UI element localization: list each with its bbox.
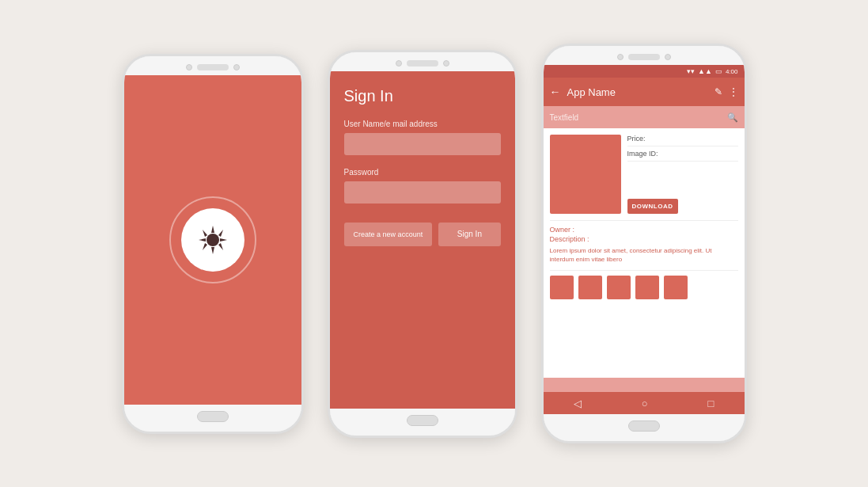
lorem-text: Lorem ipsum dolor sit amet, consectetur …: [550, 246, 738, 264]
phone-2-home-btn[interactable]: [407, 415, 438, 426]
phone-2-dot-right: [443, 60, 449, 67]
phone-1-speaker: [197, 64, 229, 70]
phone-3-dot-right: [665, 54, 671, 60]
product-row: Price: Image ID: DOWNLOAD: [550, 135, 738, 214]
phone-2-top: [330, 52, 515, 71]
thumbnail-3: [607, 276, 631, 299]
username-label: User Name/e mail address: [344, 120, 501, 128]
phone-3-speaker: [628, 54, 660, 60]
password-input[interactable]: [344, 181, 501, 204]
svg-marker-7: [218, 230, 223, 237]
phone-2-screen: Sign In User Name/e mail address Passwor…: [330, 71, 515, 409]
thumbnail-5: [664, 276, 688, 299]
nav-home-button[interactable]: ○: [642, 398, 648, 409]
phone-3-top: [544, 46, 745, 65]
password-label: Password: [344, 168, 501, 177]
svg-marker-1: [211, 226, 214, 233]
username-input[interactable]: [344, 133, 501, 155]
phone-2-bottom: [330, 409, 515, 436]
phone-2-dot-left: [396, 60, 402, 67]
content-area: Price: Image ID: DOWNLOAD Owner : Descri…: [544, 128, 745, 378]
thumbnail-1: [550, 276, 574, 299]
bottom-strip: [544, 378, 745, 392]
phone-3-screen: ▾▾ ▲▲ ▭ 4:00 ← App Name ✎ ⋮ Textfield: [544, 65, 745, 414]
nav-recents-button[interactable]: □: [708, 398, 714, 409]
svg-marker-4: [220, 238, 227, 242]
splash-inner-circle: [181, 208, 244, 272]
back-button[interactable]: ←: [550, 86, 561, 98]
thumbnail-row: [550, 276, 738, 299]
phone-1-screen: [124, 75, 301, 405]
phone-1-home-btn[interactable]: [197, 411, 229, 422]
download-button[interactable]: DOWNLOAD: [627, 199, 678, 214]
svg-point-0: [207, 234, 219, 246]
battery-icon: ▭: [715, 67, 722, 75]
signin-button[interactable]: Sign In: [438, 223, 500, 246]
phone-1-dot-right: [233, 64, 240, 70]
app-bar: ← App Name ✎ ⋮: [544, 78, 745, 106]
create-account-button[interactable]: Create a new account: [344, 223, 433, 246]
app-bar-title: App Name: [567, 86, 714, 98]
phone-3-bottom: [544, 414, 745, 441]
search-bar: Textfield 🔍: [544, 106, 745, 128]
phone-2: Sign In User Name/e mail address Passwor…: [328, 50, 517, 438]
nav-back-button[interactable]: ◁: [574, 398, 582, 409]
divider-1: [550, 220, 738, 221]
splash-outer-circle: [169, 196, 256, 283]
signin-screen: Sign In User Name/e mail address Passwor…: [330, 71, 515, 409]
phone-1: [122, 54, 304, 434]
edit-icon[interactable]: ✎: [714, 86, 722, 97]
phone-3-home-btn[interactable]: [628, 420, 660, 432]
phone-3: ▾▾ ▲▲ ▭ 4:00 ← App Name ✎ ⋮ Textfield: [541, 44, 747, 443]
phone-3-dot-left: [617, 54, 624, 60]
signal-icon: ▲▲: [698, 67, 712, 75]
divider-2: [550, 270, 738, 271]
phone-1-bottom: [124, 405, 301, 432]
signin-buttons: Create a new account Sign In: [344, 223, 501, 246]
image-id-field: Image ID:: [627, 150, 738, 162]
detail-screen: ▾▾ ▲▲ ▭ 4:00 ← App Name ✎ ⋮ Textfield: [544, 65, 745, 414]
search-placeholder[interactable]: Textfield: [550, 113, 727, 122]
phone-2-speaker: [407, 60, 438, 67]
product-info: Price: Image ID: DOWNLOAD: [627, 135, 738, 214]
svg-marker-8: [203, 243, 207, 250]
phone-1-top: [124, 56, 301, 75]
svg-marker-3: [199, 238, 206, 242]
thumbnail-4: [635, 276, 659, 299]
phones-container: Sign In User Name/e mail address Passwor…: [0, 0, 868, 487]
menu-icon[interactable]: ⋮: [729, 86, 738, 97]
signin-title: Sign In: [344, 87, 501, 105]
search-icon[interactable]: 🔍: [727, 112, 738, 123]
sun-icon: [197, 224, 229, 256]
phone-1-dot-left: [186, 64, 192, 70]
price-field: Price:: [627, 135, 738, 146]
svg-marker-2: [211, 247, 214, 254]
app-bar-actions: ✎ ⋮: [714, 86, 738, 97]
svg-marker-6: [218, 243, 223, 250]
wifi-icon: ▾▾: [687, 67, 695, 75]
status-bar: ▾▾ ▲▲ ▭ 4:00: [544, 65, 745, 78]
splash-screen: [124, 75, 301, 405]
product-image: [550, 135, 621, 214]
svg-marker-5: [203, 230, 207, 237]
owner-label: Owner :: [550, 226, 738, 234]
description-label: Description :: [550, 235, 738, 243]
time-display: 4:00: [726, 68, 738, 75]
thumbnail-2: [578, 276, 602, 299]
nav-bar: ◁ ○ □: [544, 392, 745, 414]
